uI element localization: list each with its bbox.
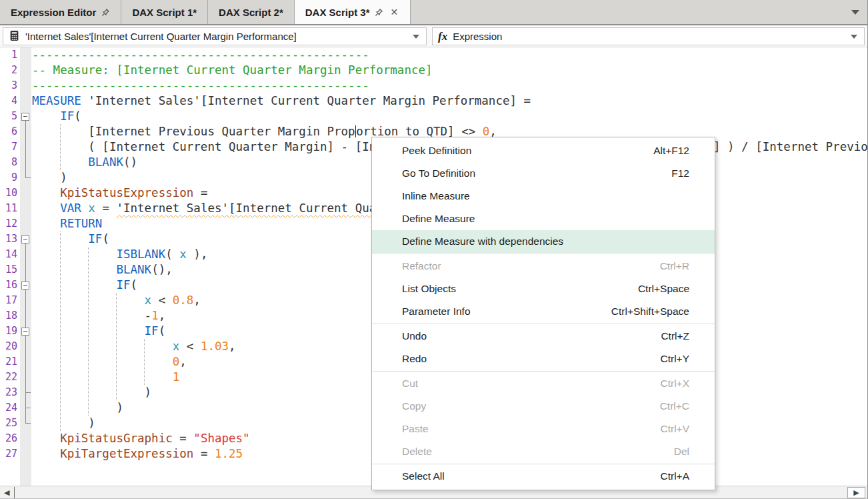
fold-end-corner xyxy=(25,408,31,408)
code-line-25[interactable]: ) xyxy=(32,416,95,431)
fold-collapse-box[interactable] xyxy=(21,282,29,290)
code-line-18[interactable]: -1, xyxy=(32,308,165,324)
code-line-10[interactable]: KpiStatusExpression = xyxy=(32,185,207,201)
scrollbar-thumb-edge xyxy=(14,487,15,499)
code-token xyxy=(32,247,116,261)
menu-item-parameter-info[interactable]: Parameter InfoCtrl+Shift+Space xyxy=(372,300,715,323)
fold-collapse-box[interactable] xyxy=(21,113,29,121)
line-number: 24 xyxy=(0,400,17,416)
menu-item-shortcut: Ctrl+Shift+Space xyxy=(611,306,689,318)
fold-collapse-box[interactable] xyxy=(21,235,29,243)
code-token: ( xyxy=(159,324,166,338)
code-token: ) xyxy=(32,416,95,430)
tab-label: Expression Editor xyxy=(11,7,96,18)
menu-item-shortcut: Ctrl+Z xyxy=(661,330,689,342)
code-line-1[interactable]: ----------------------------------------… xyxy=(32,47,369,63)
code-line-5[interactable]: IF( xyxy=(32,109,81,124)
code-token: 0 xyxy=(173,355,180,368)
line-number: 19 xyxy=(0,324,17,339)
measure-selector-dropdown[interactable]: 'Internet Sales'[Internet Current Quarte… xyxy=(3,27,427,45)
code-line-19[interactable]: IF( xyxy=(32,324,165,339)
menu-item-inline-measure[interactable]: Inline Measure xyxy=(372,185,715,207)
code-line-9[interactable]: ) xyxy=(32,170,67,185)
line-number: 18 xyxy=(0,308,17,324)
code-token: = xyxy=(95,201,117,215)
code-token: , xyxy=(489,125,497,138)
code-token: ( xyxy=(102,232,109,245)
code-token: = xyxy=(173,432,194,445)
code-token: ) xyxy=(32,386,151,399)
fold-connector-line xyxy=(25,336,26,392)
menu-item-peek-definition[interactable]: Peek DefinitionAlt+F12 xyxy=(372,139,715,162)
scroll-left-arrow-icon[interactable]: ◀ xyxy=(4,488,9,497)
line-number: 10 xyxy=(0,185,17,201)
menu-item-define-measure[interactable]: Define Measure xyxy=(372,207,715,230)
code-token: ) xyxy=(32,171,67,184)
menu-item-label: Cut xyxy=(402,378,661,390)
code-line-8[interactable]: BLANK() xyxy=(32,155,137,170)
code-token: , xyxy=(229,340,236,353)
tab-overflow-chevron-down-icon[interactable] xyxy=(851,10,859,15)
code-token: VAR xyxy=(60,201,81,215)
chevron-down-icon[interactable] xyxy=(851,35,857,39)
menu-item-define-measure-with-dependencies[interactable]: Define Measure with dependencies xyxy=(372,230,715,253)
code-line-2[interactable]: -- Measure: [Internet Current Quarter Ma… xyxy=(32,63,433,78)
code-line-13[interactable]: IF( xyxy=(32,231,109,247)
code-token: () xyxy=(123,155,137,169)
menu-item-undo[interactable]: UndoCtrl+Z xyxy=(372,325,715,348)
code-line-26[interactable]: KpiStatusGraphic = "Shapes" xyxy=(32,431,250,446)
menu-item-label: Inline Measure xyxy=(402,190,689,202)
code-token: 1.25 xyxy=(215,447,243,460)
code-line-15[interactable]: BLANK(), xyxy=(32,262,173,278)
tab-expression-editor[interactable]: Expression Editor xyxy=(0,0,121,24)
code-token: , xyxy=(193,294,201,307)
close-icon[interactable]: ✕ xyxy=(389,7,399,17)
code-token xyxy=(32,340,173,353)
chevron-down-icon[interactable] xyxy=(413,35,419,39)
scroll-right-arrow-icon[interactable]: ▶ xyxy=(847,487,865,498)
code-token: RETURN xyxy=(60,217,102,230)
context-menu: Peek DefinitionAlt+F12Go To DefinitionF1… xyxy=(371,137,715,490)
menu-item-shortcut: Ctrl+Space xyxy=(638,283,689,295)
code-token: IF xyxy=(145,324,159,338)
line-number: 11 xyxy=(0,201,17,216)
line-number: 27 xyxy=(0,446,17,462)
fold-end-corner xyxy=(25,423,31,424)
code-token: ISBLANK xyxy=(116,247,165,261)
code-token: ----------------------------------------… xyxy=(32,48,369,61)
menu-item-label: Define Measure with dependencies xyxy=(402,235,689,247)
pin-icon[interactable] xyxy=(375,8,383,17)
code-line-20[interactable]: x < 1.03, xyxy=(32,339,236,354)
code-token: x xyxy=(179,247,187,261)
code-line-14[interactable]: ISBLANK( x ), xyxy=(32,247,207,262)
line-number: 14 xyxy=(0,247,17,262)
pin-icon[interactable] xyxy=(101,8,110,17)
menu-item-label: Parameter Info xyxy=(402,306,611,318)
code-line-4[interactable]: MEASURE 'Internet Sales'[Internet Curren… xyxy=(32,93,531,109)
code-line-27[interactable]: KpiTargetExpression = 1.25 xyxy=(32,446,243,462)
code-line-12[interactable]: RETURN xyxy=(32,216,102,231)
code-line-23[interactable]: ) xyxy=(32,385,151,400)
tab-dax-script-3[interactable]: DAX Script 3*✕ xyxy=(295,0,411,24)
code-line-16[interactable]: IF( xyxy=(32,278,137,293)
code-line-3[interactable]: ----------------------------------------… xyxy=(32,78,369,93)
fold-collapse-box[interactable] xyxy=(21,328,29,336)
indent-guide xyxy=(144,339,145,385)
code-token: IF xyxy=(60,109,74,123)
tab-dax-script-1[interactable]: DAX Script 1* xyxy=(121,0,208,24)
menu-item-list-objects[interactable]: List ObjectsCtrl+Space xyxy=(372,278,715,300)
line-number: 2 xyxy=(0,63,17,78)
line-number: 13 xyxy=(0,231,17,247)
tab-dax-script-2[interactable]: DAX Script 2* xyxy=(208,0,295,24)
menu-item-go-to-definition[interactable]: Go To DefinitionF12 xyxy=(372,162,715,185)
line-number: 25 xyxy=(0,416,17,431)
code-line-21[interactable]: 0, xyxy=(32,354,187,370)
menu-item-redo[interactable]: RedoCtrl+Y xyxy=(372,348,715,370)
menu-separator xyxy=(372,371,715,372)
indent-guide xyxy=(116,293,117,400)
menu-item-select-all[interactable]: Select AllCtrl+A xyxy=(372,465,715,488)
expression-selector-dropdown[interactable]: fx Expression xyxy=(432,27,865,45)
code-line-24[interactable]: ) xyxy=(32,400,123,416)
menu-item-shortcut: Alt+F12 xyxy=(653,145,689,157)
code-line-22[interactable]: 1 xyxy=(32,370,179,385)
